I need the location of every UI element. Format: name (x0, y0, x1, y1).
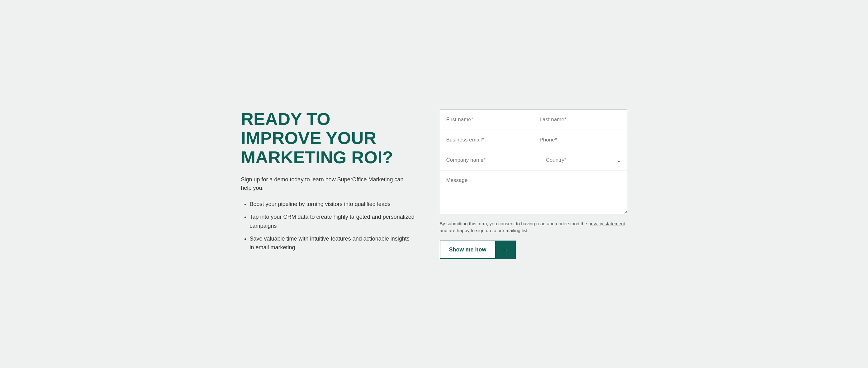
consent-before: By submitting this form, you consent to … (440, 221, 589, 226)
submit-button[interactable]: Show me how → (440, 241, 516, 259)
form-row-2 (440, 130, 627, 150)
bullet-item-1: Boost your pipeline by turning visitors … (250, 200, 415, 209)
subtext: Sign up for a demo today to learn how Su… (241, 176, 415, 192)
first-name-input[interactable] (440, 110, 533, 130)
country-select[interactable]: Country* (540, 150, 627, 170)
consent-text: By submitting this form, you consent to … (440, 220, 627, 234)
last-name-input[interactable] (533, 110, 627, 130)
form-row-3: Country* ⌄ (440, 150, 627, 171)
bullet-item-2: Tap into your CRM data to create highly … (250, 213, 415, 231)
page-wrapper: READY TO IMPROVE YOUR MARKETING ROI? Sig… (216, 91, 652, 278)
email-input[interactable] (440, 130, 533, 150)
phone-input[interactable] (533, 130, 627, 150)
bullet-list: Boost your pipeline by turning visitors … (241, 200, 415, 252)
left-column: READY TO IMPROVE YOUR MARKETING ROI? Sig… (241, 110, 415, 256)
submit-button-label: Show me how (440, 242, 495, 258)
contact-form: Country* ⌄ By submitting this form, you … (440, 110, 627, 259)
form-row-1 (440, 110, 627, 130)
country-select-wrapper: Country* ⌄ (540, 150, 627, 171)
message-textarea[interactable] (440, 171, 627, 214)
arrow-right-icon: → (495, 241, 515, 258)
consent-after: and are happy to sign up to our mailing … (440, 228, 529, 233)
company-input[interactable] (440, 150, 540, 171)
bullet-item-3: Save valuable time with intuitive featur… (250, 234, 415, 252)
form-fields: Country* ⌄ (440, 110, 627, 214)
form-row-message (440, 171, 627, 214)
privacy-link[interactable]: privacy statement (588, 221, 625, 226)
page-title: READY TO IMPROVE YOUR MARKETING ROI? (241, 110, 415, 167)
